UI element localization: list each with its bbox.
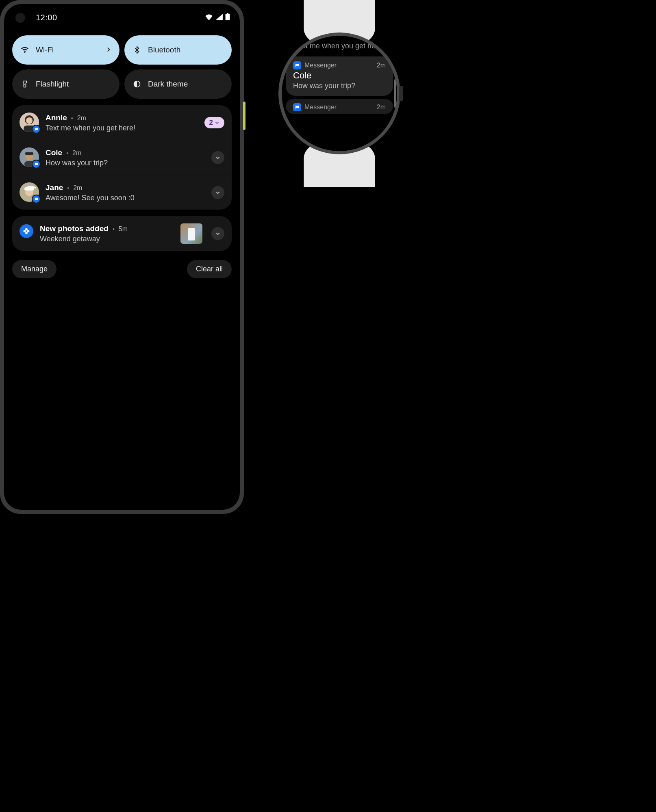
notification-text: Awesome! See you soon :0 — [46, 194, 205, 202]
watch-frame: …xt me when you get here! Messenger 2m C… — [268, 0, 411, 187]
bluetooth-icon — [133, 45, 141, 54]
qs-tile-bluetooth[interactable]: Bluetooth — [124, 35, 232, 65]
watch-case: …xt me when you get here! Messenger 2m C… — [278, 32, 400, 154]
manage-button[interactable]: Manage — [12, 260, 56, 278]
qs-label: Flashlight — [36, 80, 69, 89]
messages-app-badge-icon — [32, 195, 41, 204]
watch-notification-text: How was your trip? — [293, 82, 386, 90]
notification-item[interactable]: New photos added • 5m Weekend getaway — [12, 216, 232, 251]
notification-group-photos: New photos added • 5m Weekend getaway — [12, 216, 232, 251]
messenger-app-icon — [293, 103, 301, 111]
watch-prev-notification[interactable]: …xt me when you get here! — [286, 36, 393, 54]
svg-point-7 — [26, 117, 33, 124]
svg-rect-1 — [227, 13, 228, 14]
notification-item[interactable]: Cole • 2m How was your trip? — [12, 140, 232, 175]
notification-time: 5m — [119, 225, 128, 233]
messages-app-badge-icon — [32, 125, 41, 134]
photos-app-icon — [20, 224, 33, 238]
notification-sender: Jane — [46, 183, 63, 192]
quick-settings-grid: Wi-Fi Bluetooth Flashlight — [4, 26, 240, 105]
signal-status-icon — [215, 13, 223, 22]
notification-item[interactable]: Jane • 2m Awesome! See you soon :0 — [12, 175, 232, 210]
status-icons — [205, 13, 230, 22]
dark-theme-icon — [133, 80, 141, 89]
qs-tile-wifi[interactable]: Wi-Fi — [12, 35, 119, 65]
qs-label: Bluetooth — [148, 45, 180, 54]
watch-notification-card[interactable]: Messenger 2m Cole How was your trip? — [286, 56, 393, 96]
chevron-down-icon — [215, 120, 219, 125]
watch-notification-time: 2m — [377, 62, 386, 69]
notification-time: 2m — [77, 115, 86, 122]
notification-thumbnail — [180, 223, 202, 244]
notification-text: How was your trip? — [46, 159, 205, 167]
phone-screen: 12:00 Wi-Fi — [4, 4, 240, 510]
messenger-app-icon — [293, 61, 301, 69]
qs-label: Wi-Fi — [36, 45, 54, 54]
chevron-right-icon — [106, 45, 111, 54]
svg-point-2 — [24, 52, 26, 53]
wifi-icon — [20, 45, 29, 54]
notification-text: Text me when you get here! — [46, 124, 198, 132]
wifi-status-icon — [205, 13, 213, 22]
qs-tile-flashlight[interactable]: Flashlight — [12, 69, 119, 99]
watch-notification-time: 2m — [377, 104, 386, 111]
battery-status-icon — [225, 13, 230, 22]
expand-button[interactable] — [211, 186, 224, 199]
notification-group-messages: Annie • 2m Text me when you get here! 2 — [12, 105, 232, 210]
qs-tile-dark-theme[interactable]: Dark theme — [124, 69, 232, 99]
chevron-down-icon — [215, 231, 221, 236]
phone-power-button — [243, 102, 245, 130]
status-clock: 12:00 — [36, 13, 57, 22]
front-camera — [15, 13, 25, 23]
notification-time: 2m — [72, 149, 81, 157]
clear-all-button[interactable]: Clear all — [187, 260, 232, 278]
notification-item[interactable]: Annie • 2m Text me when you get here! 2 — [12, 105, 232, 140]
qs-label: Dark theme — [148, 80, 188, 89]
notification-subtitle: Weekend getaway — [40, 235, 174, 243]
flashlight-icon — [20, 80, 29, 89]
watch-crown — [399, 86, 403, 101]
watch-scroll-indicator — [394, 79, 396, 108]
notification-title: New photos added — [40, 224, 109, 233]
chevron-down-icon — [215, 155, 221, 160]
phone-frame: 12:00 Wi-Fi — [0, 0, 244, 514]
notification-sender: Cole — [46, 148, 62, 157]
status-bar: 12:00 — [4, 4, 240, 26]
watch-notification-sender: Cole — [293, 70, 386, 81]
notification-count-chip[interactable]: 2 — [204, 117, 224, 128]
expand-button[interactable] — [211, 227, 224, 240]
chevron-down-icon — [215, 190, 221, 195]
expand-button[interactable] — [211, 151, 224, 164]
notification-time: 2m — [73, 184, 82, 192]
shade-actions: Manage Clear all — [12, 258, 232, 278]
watch-app-name: Messenger — [304, 104, 337, 111]
watch-screen: …xt me when you get here! Messenger 2m C… — [282, 36, 397, 151]
notification-sender: Annie — [46, 113, 67, 122]
watch-app-name: Messenger — [304, 62, 337, 69]
messages-app-badge-icon — [32, 160, 41, 169]
svg-rect-0 — [226, 14, 230, 20]
watch-next-notification[interactable]: Messenger 2m — [286, 99, 393, 114]
svg-rect-11 — [25, 152, 33, 155]
notification-shade: Annie • 2m Text me when you get here! 2 — [4, 105, 240, 278]
